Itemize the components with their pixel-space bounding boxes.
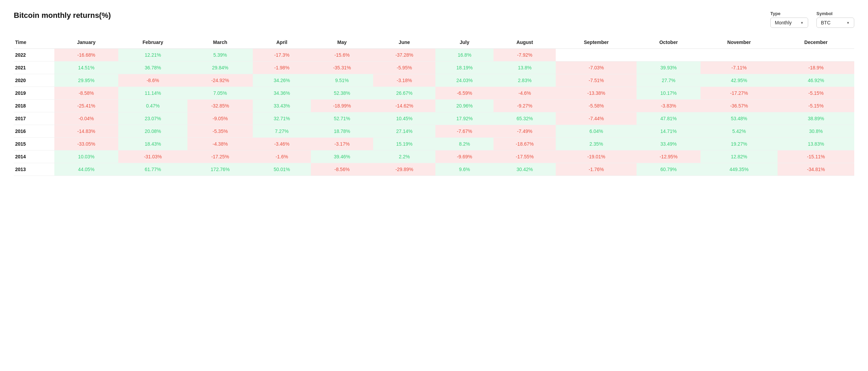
- value-cell: -37.28%: [373, 49, 435, 61]
- value-cell: 14.51%: [54, 61, 118, 74]
- value-cell: -6.59%: [435, 87, 493, 100]
- value-cell: -8.58%: [54, 87, 118, 100]
- value-cell: 449.35%: [701, 163, 778, 176]
- value-cell: -7.03%: [556, 61, 637, 74]
- symbol-select[interactable]: BTC ▼: [816, 18, 854, 28]
- value-cell: 33.49%: [637, 138, 700, 150]
- value-cell: -7.51%: [556, 74, 637, 87]
- returns-table: Time JanuaryFebruaryMarchAprilMayJuneJul…: [14, 36, 854, 176]
- value-cell: 30.8%: [778, 125, 854, 138]
- value-cell: 8.2%: [435, 138, 493, 150]
- value-cell: -16.68%: [54, 49, 118, 61]
- value-cell: -17.25%: [187, 150, 253, 163]
- symbol-value: BTC: [821, 20, 831, 25]
- year-cell: 2021: [14, 61, 54, 74]
- time-header: Time: [14, 36, 54, 49]
- table-row: 2022-16.68%12.21%5.39%-17.3%-15.6%-37.28…: [14, 49, 854, 61]
- value-cell: -7.67%: [435, 125, 493, 138]
- value-cell: -29.89%: [373, 163, 435, 176]
- table-row: 202029.95%-8.6%-24.92%34.26%9.51%-3.18%2…: [14, 74, 854, 87]
- month-header-march: March: [187, 36, 253, 49]
- value-cell: 24.03%: [435, 74, 493, 87]
- value-cell: -14.62%: [373, 100, 435, 112]
- year-cell: 2015: [14, 138, 54, 150]
- year-cell: 2018: [14, 100, 54, 112]
- value-cell: 7.27%: [253, 125, 311, 138]
- value-cell: 7.05%: [187, 87, 253, 100]
- value-cell: -4.6%: [493, 87, 556, 100]
- value-cell: -1.76%: [556, 163, 637, 176]
- value-cell: -5.95%: [373, 61, 435, 74]
- value-cell: 18.43%: [118, 138, 188, 150]
- value-cell: -34.81%: [778, 163, 854, 176]
- value-cell: 9.51%: [311, 74, 373, 87]
- value-cell: 19.27%: [701, 138, 778, 150]
- value-cell: -1.98%: [253, 61, 311, 74]
- value-cell: 27.14%: [373, 125, 435, 138]
- value-cell: -12.95%: [637, 150, 700, 163]
- value-cell: 46.92%: [778, 74, 854, 87]
- value-cell: -7.11%: [701, 61, 778, 74]
- month-header-october: October: [637, 36, 700, 49]
- value-cell: 26.67%: [373, 87, 435, 100]
- symbol-control-group: Symbol BTC ▼: [816, 11, 854, 28]
- value-cell: [556, 49, 637, 61]
- value-cell: 18.78%: [311, 125, 373, 138]
- value-cell: -5.58%: [556, 100, 637, 112]
- value-cell: -3.18%: [373, 74, 435, 87]
- page-header: Bitcoin monthly returns(%) Type Monthly …: [14, 11, 854, 28]
- value-cell: 5.42%: [701, 125, 778, 138]
- year-cell: 2017: [14, 112, 54, 125]
- value-cell: [701, 49, 778, 61]
- year-cell: 2019: [14, 87, 54, 100]
- value-cell: 18.19%: [435, 61, 493, 74]
- value-cell: -32.85%: [187, 100, 253, 112]
- month-header-september: September: [556, 36, 637, 49]
- value-cell: 5.39%: [187, 49, 253, 61]
- month-header-november: November: [701, 36, 778, 49]
- type-value: Monthly: [775, 20, 792, 25]
- year-cell: 2014: [14, 150, 54, 163]
- value-cell: -7.49%: [493, 125, 556, 138]
- value-cell: -17.27%: [701, 87, 778, 100]
- value-cell: 44.05%: [54, 163, 118, 176]
- value-cell: 39.46%: [311, 150, 373, 163]
- value-cell: 20.08%: [118, 125, 188, 138]
- value-cell: 10.45%: [373, 112, 435, 125]
- value-cell: 20.96%: [435, 100, 493, 112]
- table-header-row: Time JanuaryFebruaryMarchAprilMayJuneJul…: [14, 36, 854, 49]
- month-header-april: April: [253, 36, 311, 49]
- value-cell: -17.55%: [493, 150, 556, 163]
- value-cell: 2.83%: [493, 74, 556, 87]
- symbol-label: Symbol: [816, 11, 854, 16]
- value-cell: 14.71%: [637, 125, 700, 138]
- month-header-february: February: [118, 36, 188, 49]
- value-cell: -3.46%: [253, 138, 311, 150]
- value-cell: -31.03%: [118, 150, 188, 163]
- value-cell: 34.26%: [253, 74, 311, 87]
- type-control-group: Type Monthly ▼: [770, 11, 808, 28]
- value-cell: -24.92%: [187, 74, 253, 87]
- value-cell: -13.38%: [556, 87, 637, 100]
- value-cell: 47.81%: [637, 112, 700, 125]
- value-cell: -14.83%: [54, 125, 118, 138]
- table-row: 2019-8.58%11.14%7.05%34.36%52.38%26.67%-…: [14, 87, 854, 100]
- table-row: 201410.03%-31.03%-17.25%-1.6%39.46%2.2%-…: [14, 150, 854, 163]
- table-row: 202114.51%36.78%29.84%-1.98%-35.31%-5.95…: [14, 61, 854, 74]
- value-cell: -9.27%: [493, 100, 556, 112]
- value-cell: -25.41%: [54, 100, 118, 112]
- value-cell: -7.44%: [556, 112, 637, 125]
- value-cell: 52.38%: [311, 87, 373, 100]
- table-row: 2017-0.04%23.07%-9.05%32.71%52.71%10.45%…: [14, 112, 854, 125]
- value-cell: -8.6%: [118, 74, 188, 87]
- month-header-june: June: [373, 36, 435, 49]
- value-cell: -3.17%: [311, 138, 373, 150]
- year-cell: 2016: [14, 125, 54, 138]
- value-cell: 42.95%: [701, 74, 778, 87]
- type-select[interactable]: Monthly ▼: [770, 18, 808, 28]
- value-cell: -5.15%: [778, 100, 854, 112]
- value-cell: -3.83%: [637, 100, 700, 112]
- year-cell: 2020: [14, 74, 54, 87]
- month-header-may: May: [311, 36, 373, 49]
- value-cell: 52.71%: [311, 112, 373, 125]
